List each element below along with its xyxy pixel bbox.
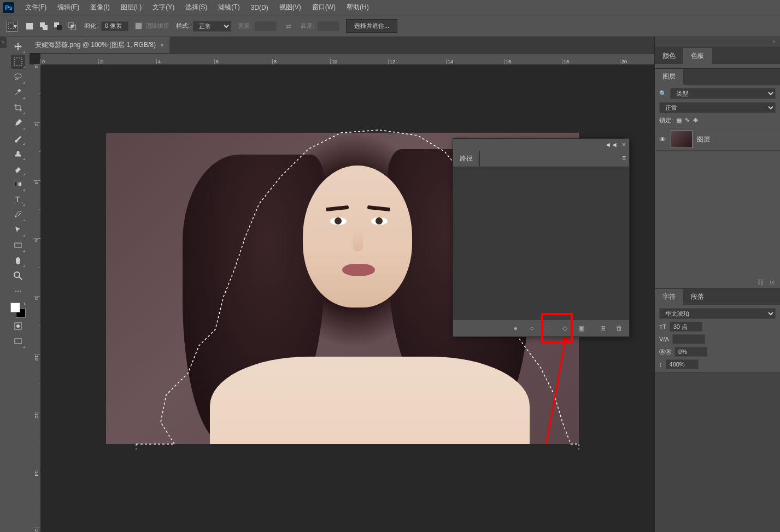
brush-tool[interactable] [11, 131, 25, 145]
horizontal-ruler[interactable]: 024681012141618202224262830323436 [40, 54, 654, 64]
canvas[interactable]: ◄◄ × 路径 ≡ ● ○ ◌ ◇ ▣ ⊞ [40, 64, 654, 532]
svg-rect-9 [14, 58, 22, 66]
path-to-selection-icon[interactable]: ◌ [544, 324, 553, 333]
collapsed-left-tab[interactable]: » [0, 37, 7, 48]
magic-wand-tool[interactable] [11, 85, 25, 99]
visibility-icon[interactable]: 👁 [659, 135, 666, 144]
character-tab[interactable]: 字符 [655, 289, 683, 305]
color-swatches[interactable]: ⤹ [10, 303, 26, 318]
pen-tool[interactable] [11, 208, 25, 222]
new-path-icon[interactable]: ⊞ [599, 324, 607, 333]
menu-window[interactable]: 窗口(W) [307, 1, 341, 14]
paths-panel[interactable]: ◄◄ × 路径 ≡ ● ○ ◌ ◇ ▣ ⊞ [453, 138, 630, 337]
layer-name[interactable]: 图层 [697, 135, 710, 144]
menu-help[interactable]: 帮助(H) [341, 1, 374, 14]
foreground-color-swatch[interactable] [10, 303, 20, 312]
feather-input[interactable] [101, 21, 128, 31]
menubar: Ps 文件(F) 编辑(E) 图像(I) 图层(L) 文字(Y) 选择(S) 滤… [0, 0, 780, 15]
selection-mode-group [24, 21, 78, 32]
font-size-icon: ᴛT [659, 323, 666, 330]
options-bar: ▾ 羽化: 消除锯齿 样式: 正常 宽度: ⇄ 高度: 选择并遮住... [0, 15, 780, 37]
eyedropper-tool[interactable] [11, 116, 25, 130]
screen-mode-icon[interactable] [11, 334, 25, 348]
menu-layer[interactable]: 图层(L) [115, 1, 148, 14]
menu-filter[interactable]: 滤镜(T) [213, 1, 245, 14]
menu-select[interactable]: 选择(S) [180, 1, 213, 14]
select-and-mask-button[interactable]: 选择并遮住... [346, 19, 397, 33]
layer-filter-select[interactable]: 类型 [670, 88, 776, 99]
layer-thumbnail[interactable] [671, 131, 693, 148]
rectangle-tool[interactable] [11, 238, 25, 252]
svg-rect-0 [8, 23, 14, 28]
layers-tab[interactable]: 图层 [655, 69, 683, 85]
paragraph-tab[interactable]: 段落 [683, 289, 712, 305]
add-selection-icon[interactable] [38, 21, 49, 32]
kerning-input[interactable] [672, 334, 705, 344]
tracking-icon: ⓐⓐ [659, 348, 671, 356]
menu-file[interactable]: 文件(F) [20, 1, 52, 14]
fill-path-icon[interactable]: ● [511, 324, 520, 333]
kerning-icon: V/A [659, 336, 669, 342]
font-select[interactable]: 华文琥珀 [659, 308, 776, 319]
link-layers-icon[interactable]: ⛓ [758, 279, 764, 286]
collapse-icon[interactable]: ◄◄ [605, 141, 618, 149]
tool-preset-icon[interactable]: ▾ [7, 21, 17, 32]
path-selection-tool[interactable] [11, 223, 25, 237]
document-tab[interactable]: 安妮海瑟薇.png @ 100% (图层 1, RGB/8) × [30, 37, 169, 53]
canvas-area: 安妮海瑟薇.png @ 100% (图层 1, RGB/8) × 0246810… [30, 37, 654, 532]
menu-view[interactable]: 视图(V) [274, 1, 307, 14]
lock-transparent-icon[interactable]: ▦ [676, 117, 682, 124]
lock-position-icon[interactable]: ✥ [693, 117, 698, 124]
style-select[interactable]: 正常 [193, 21, 231, 32]
feather-label: 羽化: [84, 22, 98, 30]
layer-row[interactable]: 👁 图层 [655, 128, 780, 151]
clone-stamp-tool[interactable] [11, 146, 25, 161]
selection-to-path-icon[interactable]: ◇ [560, 324, 569, 333]
paths-list[interactable] [453, 167, 629, 320]
close-tab-icon[interactable]: × [160, 42, 164, 49]
more-tools-icon[interactable]: ⋯ [11, 284, 25, 298]
delete-path-icon[interactable]: 🗑 [615, 324, 624, 333]
stroke-path-icon[interactable]: ○ [527, 324, 536, 333]
type-tool[interactable]: T [11, 192, 25, 206]
vertical-ruler[interactable]: 02468101214161820 [30, 64, 40, 532]
swatches-tab[interactable]: 色板 [683, 48, 712, 64]
blend-mode-select[interactable]: 正常 [659, 102, 776, 113]
swap-colors-icon[interactable]: ⤹ [23, 302, 27, 306]
zoom-tool[interactable] [11, 269, 25, 283]
crop-tool[interactable] [11, 101, 25, 115]
intersect-selection-icon[interactable] [67, 21, 78, 32]
ps-logo-icon: Ps [3, 2, 14, 13]
subtract-selection-icon[interactable] [52, 21, 63, 32]
close-panel-icon[interactable]: × [622, 141, 626, 149]
menu-3d[interactable]: 3D(D) [245, 2, 274, 14]
lasso-tool[interactable] [11, 70, 25, 84]
eraser-tool[interactable] [11, 162, 25, 176]
menu-type[interactable]: 文字(Y) [147, 1, 180, 14]
tracking-input[interactable] [675, 347, 707, 357]
collapsed-header[interactable]: » [655, 37, 780, 48]
menu-image[interactable]: 图像(I) [85, 1, 115, 14]
layer-fx-icon[interactable]: fx [770, 279, 775, 286]
panel-menu-icon[interactable]: ≡ [622, 154, 626, 163]
new-selection-icon[interactable] [24, 21, 35, 32]
antialias-label: 消除锯齿 [145, 22, 169, 30]
hand-tool[interactable] [11, 253, 25, 268]
svg-rect-11 [15, 182, 21, 186]
marquee-tool[interactable] [11, 55, 25, 69]
svg-rect-8 [71, 25, 73, 27]
lock-pixels-icon[interactable]: ✎ [685, 117, 690, 124]
move-tool[interactable] [11, 39, 25, 54]
panel-header[interactable]: ◄◄ × [453, 139, 629, 151]
baseline-input[interactable] [666, 359, 699, 369]
quick-mask-icon[interactable] [11, 319, 25, 333]
gradient-tool[interactable] [11, 177, 25, 191]
svg-rect-3 [43, 25, 48, 30]
toolbox: T ⋯ ⤹ [7, 37, 30, 532]
workspace[interactable]: 024681012141618202224262830323436 024681… [30, 54, 654, 532]
menu-edit[interactable]: 编辑(E) [52, 1, 85, 14]
paths-tab[interactable]: 路径 [453, 151, 480, 167]
font-size-input[interactable] [670, 322, 702, 332]
color-tab[interactable]: 颜色 [655, 48, 683, 64]
add-mask-icon[interactable]: ▣ [577, 324, 585, 333]
